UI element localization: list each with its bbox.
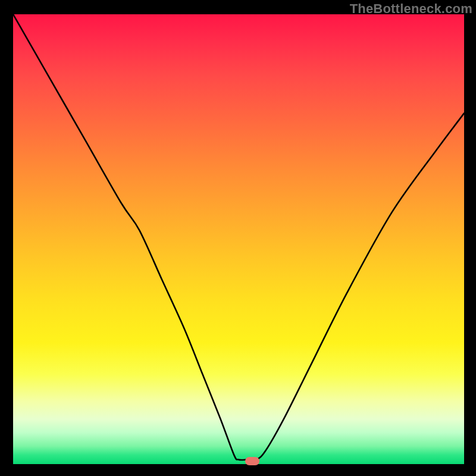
optimum-marker (245, 457, 259, 465)
watermark-text: TheBottleneck.com (350, 1, 472, 17)
chart-frame: TheBottleneck.com (0, 0, 476, 476)
plot-area (13, 14, 464, 464)
